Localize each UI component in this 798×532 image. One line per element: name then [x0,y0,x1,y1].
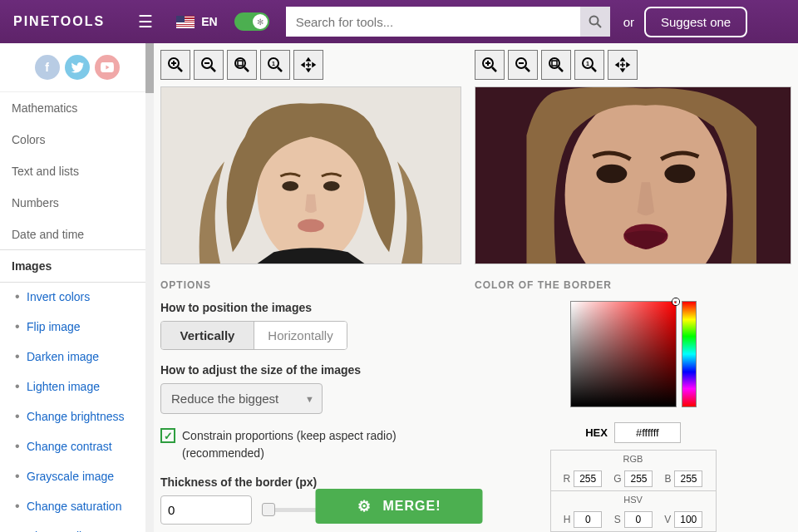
options-title: OPTIONS [160,264,461,301]
move-button[interactable] [608,50,638,80]
svg-rect-11 [238,61,243,66]
move-button[interactable] [293,50,323,80]
merge-button[interactable]: ⚙ MERGE! [316,489,483,524]
zoom-in-button[interactable] [475,50,505,80]
content-area: 1 OPTIONS [154,43,798,532]
svg-line-28 [559,67,563,71]
svg-line-10 [244,67,249,71]
vertically-button[interactable]: Vertically [161,322,254,349]
image-preview-left[interactable] [160,86,461,264]
subitem-vibrance[interactable]: Change vibrance [0,521,154,532]
sidebar-item-mathematics[interactable]: Mathematics [0,92,154,124]
sidebar-item-date-time[interactable]: Date and time [0,219,154,250]
subitem-invert[interactable]: Invert colors [0,282,154,312]
svg-point-35 [596,165,627,184]
constrain-label[interactable]: Constrain proportions (keep aspect radio… [182,427,461,462]
app-header: PINETOOLS ☰ EN or Suggest one [0,0,798,43]
sidebar-scrollbar[interactable] [145,43,154,532]
svg-line-13 [278,67,282,71]
svg-text:1: 1 [586,61,589,66]
svg-line-31 [592,67,596,71]
thickness-input[interactable] [160,495,252,525]
sidebar-item-numbers[interactable]: Numbers [0,187,154,219]
logo: PINETOOLS [13,14,105,29]
sidebar-item-text-lists[interactable]: Text and lists [0,155,154,187]
facebook-icon[interactable]: f [35,55,60,80]
language-selector[interactable]: EN [176,15,217,28]
sidebar: f Mathematics Colors Text and lists Numb… [0,43,154,532]
s-input[interactable] [624,511,653,528]
search-icon [589,15,602,28]
svg-line-25 [525,67,530,71]
position-label: How to position the images [160,301,461,314]
subitem-lighten[interactable]: Lighten image [0,372,154,401]
lang-code: EN [201,15,217,28]
image-toolbar-left: 1 [160,43,461,86]
svg-line-1 [597,24,601,28]
rgb-header: RGB [551,450,716,467]
svg-point-9 [235,58,245,68]
image-preview-right[interactable] [475,86,791,264]
suggest-button[interactable]: Suggest one [644,7,747,37]
svg-text:1: 1 [272,61,275,66]
subitem-contrast[interactable]: Change contrast [0,431,154,461]
svg-point-17 [282,181,298,191]
zoom-actual-button[interactable]: 1 [260,50,290,80]
h-input[interactable] [574,511,602,528]
menu-icon[interactable]: ☰ [138,12,153,32]
color-values-table: RGB R G B HSV H S V HSL [550,450,717,532]
zoom-fit-button[interactable] [541,50,571,80]
horizontally-button[interactable]: Horizontally [254,322,347,349]
color-picker [570,301,697,407]
constrain-checkbox[interactable]: ✓ [160,428,175,443]
gear-icon: ⚙ [357,497,372,515]
social-links: f [0,43,154,92]
svg-line-3 [178,67,182,71]
search-button[interactable] [580,7,610,37]
sidebar-item-colors[interactable]: Colors [0,124,154,155]
hex-label: HEX [585,426,608,439]
twitter-icon[interactable] [65,55,90,80]
zoom-actual-button[interactable]: 1 [574,50,604,80]
svg-point-36 [664,165,695,184]
theme-toggle[interactable] [234,12,269,31]
flag-icon [176,16,195,28]
svg-point-0 [589,17,598,25]
thickness-label: Thickness of the border (px) [160,475,461,489]
b-input[interactable] [674,470,702,487]
search-wrap [286,7,610,37]
zoom-fit-button[interactable] [227,50,257,80]
search-input[interactable] [286,7,580,37]
sidebar-item-images[interactable]: Images [0,250,154,282]
position-segmented: Vertically Horizontally [160,321,347,350]
image-toolbar-right: 1 [475,43,791,86]
svg-point-18 [323,181,340,191]
subitem-brightness[interactable]: Change brightness [0,401,154,431]
svg-line-21 [492,67,496,71]
subitem-grayscale[interactable]: Grayscale image [0,461,154,491]
r-input[interactable] [574,470,602,487]
zoom-in-button[interactable] [160,50,190,80]
zoom-out-button[interactable] [508,50,538,80]
zoom-out-button[interactable] [194,50,224,80]
subitem-flip[interactable]: Flip image [0,312,154,342]
subitem-darken[interactable]: Darken image [0,342,154,372]
adjust-label: How to adjust the size of the images [160,363,461,377]
saturation-box[interactable] [570,301,677,407]
svg-rect-29 [552,61,557,66]
svg-line-7 [211,67,215,71]
hsv-header: HSV [551,490,716,508]
youtube-icon[interactable] [95,55,120,80]
hue-slider[interactable] [682,301,697,407]
v-input[interactable] [674,511,702,528]
images-submenu: Invert colors Flip image Darken image Li… [0,282,154,532]
g-input[interactable] [624,470,653,487]
subitem-saturation[interactable]: Change saturation [0,491,154,521]
svg-point-19 [298,219,324,233]
svg-point-27 [549,58,559,68]
adjust-select[interactable]: Reduce the biggest [160,383,323,414]
hex-input[interactable] [614,422,681,443]
or-text: or [623,15,634,29]
border-color-title: COLOR OF THE BORDER [475,264,791,301]
